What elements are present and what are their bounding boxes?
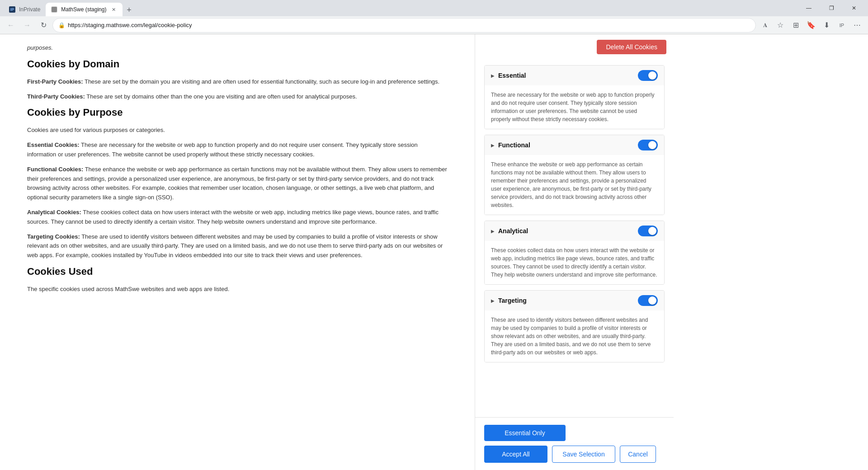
settings-button[interactable]: ⋯	[850, 18, 864, 33]
essential-arrow-icon: ▶	[491, 73, 495, 78]
essential-text: These are necessary for the website or w…	[27, 141, 418, 158]
maximize-button[interactable]: ❐	[821, 1, 842, 15]
title-bar: IP InPrivate MathSwe (staging) ✕ + — ❐ ✕	[0, 0, 868, 16]
essential-category-header[interactable]: ▶ Essential	[485, 66, 664, 85]
first-party-label: First-Party Cookies:	[27, 78, 83, 85]
close-button[interactable]: ✕	[844, 1, 864, 15]
essential-category: ▶ Essential These are necessary for the …	[484, 65, 665, 129]
accept-all-button[interactable]: Accept All	[484, 446, 547, 463]
section-title-purpose: Cookies by Purpose	[27, 107, 448, 118]
cookie-panel-footer: Essential Only Accept All Save Selection…	[475, 417, 674, 470]
url-display: https://staging.mathswe.com/legal/cookie…	[68, 22, 750, 28]
page-container: purposes. Cookies by Domain First-Party …	[0, 34, 868, 470]
tab-close-button[interactable]: ✕	[110, 6, 117, 13]
functional-toggle[interactable]	[638, 140, 658, 150]
inprivate-favicon: IP	[9, 6, 15, 13]
targeting-category-name: Targeting	[498, 297, 634, 304]
tab-inprivate[interactable]: IP InPrivate	[4, 3, 46, 16]
mathswe-favicon	[51, 6, 57, 13]
analytical-toggle[interactable]	[638, 226, 658, 236]
targeting-arrow-icon: ▶	[491, 298, 495, 303]
cookie-categories-container: ▶ Essential These are necessary for the …	[475, 58, 674, 417]
forward-button[interactable]: →	[20, 18, 34, 33]
purpose-intro: Cookies are used for various purposes or…	[27, 126, 448, 135]
analytical-category-description: These cookies collect data on how users …	[485, 241, 664, 284]
targeting-cookies-para: Targeting Cookies: These are used to ide…	[27, 232, 448, 260]
main-content-area: purposes. Cookies by Domain First-Party …	[0, 34, 475, 470]
essential-label: Essential Cookies:	[27, 141, 80, 148]
address-bar[interactable]: 🔒 https://staging.mathswe.com/legal/cook…	[52, 18, 756, 33]
browser-chrome: IP InPrivate MathSwe (staging) ✕ + — ❐ ✕…	[0, 0, 868, 34]
essential-category-description: These are necessary for the website or w…	[485, 85, 664, 129]
targeting-toggle-slider	[638, 295, 658, 306]
functional-arrow-icon: ▶	[491, 143, 495, 148]
collections-button[interactable]: ⊞	[788, 18, 803, 33]
cookie-panel-header: Delete All Cookies	[475, 34, 674, 58]
minimize-button[interactable]: —	[798, 1, 819, 15]
analytical-arrow-icon: ▶	[491, 229, 495, 234]
tab-bar: IP InPrivate MathSwe (staging) ✕ +	[4, 0, 798, 16]
section-title-used: Cookies Used	[27, 266, 448, 277]
functional-category-description: These enhance the website or web app per…	[485, 155, 664, 215]
footer-top-row: Essential Only	[484, 425, 665, 441]
targeting-label: Targeting Cookies:	[27, 233, 80, 240]
functional-label: Functional Cookies:	[27, 166, 83, 173]
cookie-consent-panel: Delete All Cookies ▶ Essential These are…	[475, 34, 674, 470]
analytical-cookies-para: Analytical Cookies: These cookies collec…	[27, 208, 448, 227]
targeting-text: These are used to identify visitors betw…	[27, 233, 443, 259]
analytical-category-header[interactable]: ▶ Analytical	[485, 221, 664, 241]
inprivate-button[interactable]: IP	[835, 18, 849, 33]
analytical-text: These cookies collect data on how users …	[27, 209, 439, 225]
third-party-text: These are set by domains other than the …	[86, 93, 357, 100]
analytical-category-name: Analytical	[498, 227, 634, 235]
essential-toggle-slider	[638, 70, 658, 81]
security-lock-icon: 🔒	[58, 22, 65, 28]
functional-category-header[interactable]: ▶ Functional	[485, 135, 664, 155]
window-controls: — ❐ ✕	[798, 1, 864, 15]
tab-mathswe-label: MathSwe (staging)	[61, 6, 106, 13]
functional-category: ▶ Functional These enhance the website o…	[484, 135, 665, 215]
new-tab-button[interactable]: +	[123, 4, 135, 16]
analytical-category: ▶ Analytical These cookies collect data …	[484, 221, 665, 285]
functional-category-name: Functional	[498, 141, 634, 149]
toolbar: ← → ↻ 🔒 https://staging.mathswe.com/lega…	[0, 16, 868, 34]
essential-category-name: Essential	[498, 72, 634, 79]
cookies-used-intro: The specific cookies used across MathSwe…	[27, 285, 448, 294]
analytical-label: Analytical Cookies:	[27, 209, 81, 216]
svg-rect-0	[52, 7, 57, 12]
back-button[interactable]: ←	[4, 18, 18, 33]
first-party-cookies-para: First-Party Cookies: These are set by th…	[27, 77, 448, 87]
essential-cookies-para: Essential Cookies: These are necessary f…	[27, 141, 448, 160]
bookmark-button[interactable]: 🔖	[804, 18, 818, 33]
essential-toggle[interactable]	[638, 70, 658, 81]
essential-only-button[interactable]: Essential Only	[484, 425, 566, 441]
targeting-category-description: These are used to identify visitors betw…	[485, 310, 664, 362]
toolbar-right: 𝐀 ☆ ⊞ 🔖 ⬇ IP ⋯	[758, 18, 864, 33]
first-party-text: These are set by the domain you are visi…	[85, 78, 439, 85]
functional-toggle-slider	[638, 140, 658, 150]
partial-text: purposes.	[27, 43, 448, 53]
targeting-toggle[interactable]	[638, 295, 658, 306]
cancel-button[interactable]: Cancel	[620, 446, 656, 463]
delete-all-cookies-button[interactable]: Delete All Cookies	[597, 40, 666, 54]
footer-bottom-row: Accept All Save Selection Cancel	[484, 446, 665, 463]
third-party-label: Third-Party Cookies:	[27, 93, 85, 100]
read-aloud-button[interactable]: 𝐀	[758, 18, 772, 33]
functional-text: These enhance the website or web app per…	[27, 166, 447, 201]
refresh-button[interactable]: ↻	[36, 18, 51, 33]
download-button[interactable]: ⬇	[819, 18, 834, 33]
functional-cookies-para: Functional Cookies: These enhance the we…	[27, 165, 448, 202]
tab-inprivate-label: InPrivate	[19, 6, 40, 13]
save-selection-button[interactable]: Save Selection	[552, 446, 615, 463]
targeting-category: ▶ Targeting These are used to identify v…	[484, 290, 665, 362]
section-title-domain: Cookies by Domain	[27, 58, 448, 70]
analytical-toggle-slider	[638, 226, 658, 236]
third-party-cookies-para: Third-Party Cookies: These are set by do…	[27, 92, 448, 102]
favorites-button[interactable]: ☆	[773, 18, 788, 33]
targeting-category-header[interactable]: ▶ Targeting	[485, 291, 664, 310]
tab-mathswe[interactable]: MathSwe (staging) ✕	[46, 3, 123, 16]
